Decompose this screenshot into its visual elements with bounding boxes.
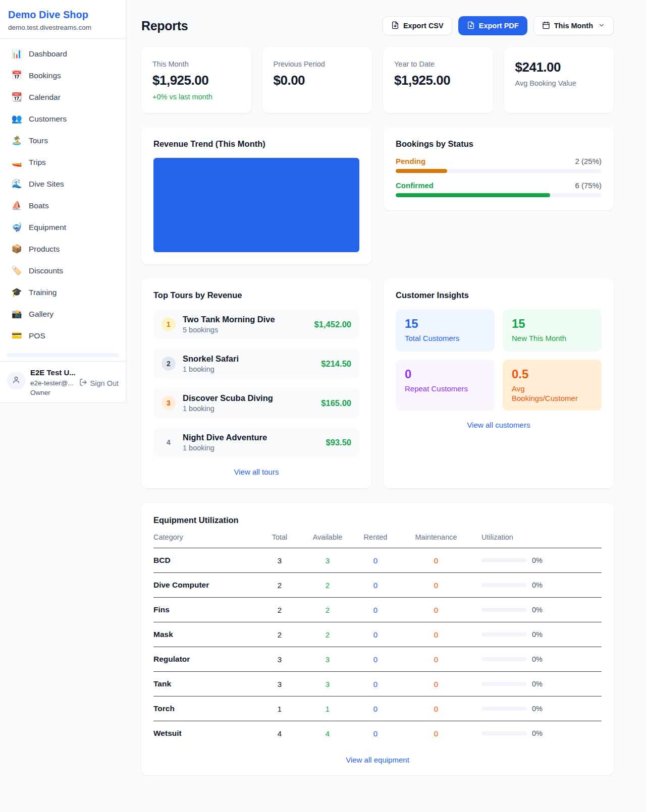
- insight-label: Total Customers: [405, 333, 486, 343]
- nav-icon-training: 🎓: [11, 286, 22, 298]
- tour-name: Discover Scuba Diving: [183, 393, 314, 403]
- utilization-bar-track: [481, 682, 527, 686]
- sign-out-label: Sign Out: [90, 379, 119, 387]
- col-utilization: Utilization: [471, 533, 602, 541]
- chevron-down-icon: [598, 22, 605, 30]
- stats-row: This Month $1,925.00 +0% vs last month P…: [141, 47, 614, 113]
- sidebar-item-label: Bookings: [29, 70, 61, 81]
- main-content: Reports Export CSV Export PDF This Month: [126, 0, 646, 795]
- person-icon: [12, 375, 21, 386]
- sidebar-item-customers[interactable]: 👥 Customers: [0, 108, 126, 130]
- export-pdf-label: Export PDF: [479, 22, 519, 30]
- equipment-available: 2: [305, 630, 350, 639]
- user-info: E2E Test U... e2e-tester@... Sign Out Ow…: [30, 368, 119, 396]
- equipment-utilization-card: Equipment Utilization Category Total Ava…: [141, 503, 614, 775]
- bookings-by-status-title: Bookings by Status: [396, 139, 602, 149]
- revenue-trend-card: Revenue Trend (This Month): [141, 127, 371, 264]
- period-dropdown[interactable]: This Month: [533, 16, 614, 35]
- tour-name: Two Tank Morning Dive: [183, 314, 307, 324]
- insight-tile-new-this-month: 15 New This Month: [503, 309, 602, 352]
- customer-insights-card: Customer Insights 15 Total Customers 15 …: [384, 278, 614, 488]
- utilization-percent: 0%: [532, 705, 543, 713]
- charts-row: Revenue Trend (This Month) Bookings by S…: [141, 127, 614, 264]
- user-email: e2e-tester@...: [30, 379, 74, 387]
- sidebar-item-label: POS: [29, 330, 45, 341]
- sidebar-item-products[interactable]: 📦 Products: [0, 238, 126, 260]
- nav-icon-equipment: 🤿: [11, 221, 22, 233]
- rank-badge: 2: [162, 357, 176, 371]
- equipment-category: Fins: [153, 605, 254, 614]
- sidebar-item-dive-sites[interactable]: 🌊 Dive Sites: [0, 173, 126, 195]
- page-title: Reports: [141, 19, 188, 33]
- equipment-rented: 0: [350, 606, 401, 614]
- tour-amount: $1,452.00: [314, 320, 351, 329]
- tour-amount: $214.50: [321, 359, 351, 369]
- view-all-customers-link[interactable]: View all customers: [396, 421, 602, 429]
- utilization-bar-track: [481, 583, 527, 587]
- tour-name: Night Dive Adventure: [183, 432, 319, 442]
- sidebar-item-boats[interactable]: ⛵ Boats: [0, 195, 126, 216]
- utilization-bar-track: [481, 707, 527, 711]
- sidebar-active-item-partial[interactable]: [6, 353, 120, 357]
- tour-amount: $93.50: [326, 438, 351, 447]
- equipment-row-tank: Tank 3 3 0 0 0%: [153, 672, 602, 697]
- sidebar-item-equipment[interactable]: 🤿 Equipment: [0, 216, 126, 238]
- period-label: This Month: [554, 22, 593, 30]
- sidebar-item-pos[interactable]: 💳 POS: [0, 325, 126, 346]
- equipment-category: Tank: [153, 679, 254, 688]
- stat-value: $1,925.00: [152, 73, 240, 88]
- equipment-maintenance: 0: [401, 680, 471, 688]
- stat-label: This Month: [152, 60, 240, 69]
- sidebar-item-discounts[interactable]: 🏷️ Discounts: [0, 260, 126, 281]
- sidebar-item-bookings[interactable]: 📅 Bookings: [0, 65, 126, 86]
- nav-icon-pos: 💳: [11, 330, 22, 341]
- export-csv-button[interactable]: Export CSV: [383, 16, 452, 35]
- sidebar-item-label: Calendar: [29, 91, 61, 103]
- equipment-maintenance: 0: [401, 581, 471, 590]
- stat-card-avg-booking-value: Avg Booking Value $241.00: [504, 47, 614, 113]
- shop-name: Demo Dive Shop: [8, 9, 118, 21]
- sidebar-item-gallery[interactable]: 📸 Gallery: [0, 303, 126, 325]
- equipment-total: 4: [254, 729, 305, 738]
- equipment-rented: 0: [350, 581, 401, 590]
- equipment-available: 2: [305, 581, 350, 590]
- bookings-by-status-card: Bookings by Status Pending 2 (25%) Confi…: [384, 127, 614, 210]
- sidebar-item-calendar[interactable]: 📆 Calendar: [0, 86, 126, 108]
- stat-card-year-to-date: Year to Date $1,925.00: [383, 47, 493, 113]
- sidebar-item-dashboard[interactable]: 📊 Dashboard: [0, 43, 126, 65]
- equipment-category: Torch: [153, 704, 254, 713]
- sidebar-item-label: Trips: [29, 156, 46, 168]
- export-pdf-button[interactable]: Export PDF: [458, 16, 527, 35]
- sidebar-item-training[interactable]: 🎓 Training: [0, 281, 126, 303]
- col-total: Total: [254, 533, 305, 541]
- tour-row-two-tank-morning-dive: 1 Two Tank Morning Dive 5 bookings $1,45…: [153, 309, 359, 339]
- nav-icon-customers: 👥: [11, 113, 22, 125]
- sidebar: Demo Dive Shop demo.test.divestreams.com…: [0, 0, 126, 403]
- equipment-rented: 0: [350, 630, 401, 639]
- equipment-rented: 0: [350, 680, 401, 688]
- equipment-total: 2: [254, 630, 305, 639]
- view-all-tours-link[interactable]: View all tours: [153, 468, 359, 476]
- status-bar-track: [396, 169, 602, 173]
- equipment-maintenance: 0: [401, 655, 471, 664]
- nav-icon-discounts: 🏷️: [11, 265, 22, 276]
- view-all-equipment-link[interactable]: View all equipment: [153, 756, 602, 764]
- tour-bookings: 5 bookings: [183, 325, 307, 334]
- user-role: Owner: [30, 389, 119, 396]
- tour-bookings: 1 booking: [183, 443, 319, 452]
- insight-tile-repeat-customers: 0 Repeat Customers: [396, 360, 495, 411]
- equipment-available: 3: [305, 680, 350, 688]
- sidebar-item-label: Gallery: [29, 308, 53, 320]
- stat-card-this-month: This Month $1,925.00 +0% vs last month: [141, 47, 251, 113]
- sign-out-button[interactable]: Sign Out: [79, 378, 119, 388]
- sidebar-item-tours[interactable]: 🏝️ Tours: [0, 130, 126, 151]
- top-tours-card: Top Tours by Revenue 1 Two Tank Morning …: [141, 278, 371, 488]
- stat-label: Previous Period: [274, 60, 361, 69]
- sidebar-item-trips[interactable]: 🚤 Trips: [0, 151, 126, 173]
- nav-icon-products: 📦: [11, 243, 22, 255]
- insight-value: 0.5: [512, 367, 593, 381]
- sidebar-item-label: Equipment: [29, 221, 66, 233]
- customer-insights-title: Customer Insights: [396, 291, 602, 300]
- insight-value: 15: [512, 317, 593, 331]
- utilization-bar-track: [481, 558, 527, 562]
